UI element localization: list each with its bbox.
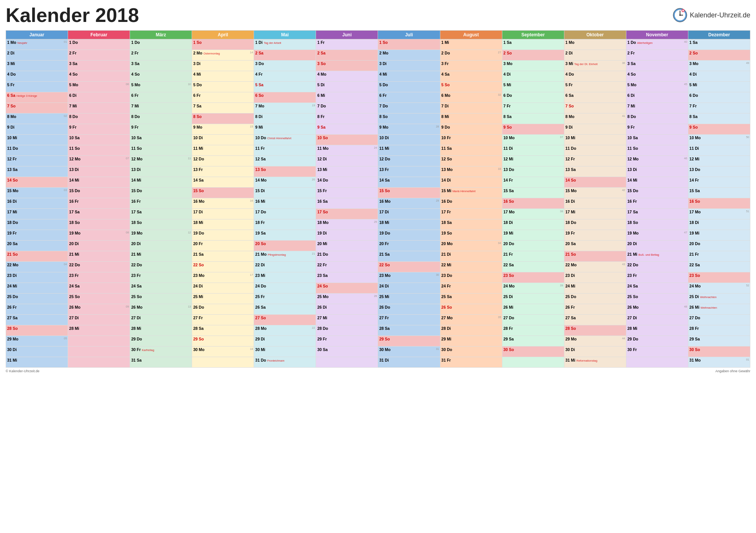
jun-20: 20 Mi — [316, 241, 378, 251]
dec-15: 15 Sa — [688, 188, 750, 198]
jul-19: 19 Do — [378, 230, 440, 241]
table-row: 9 Di 9 Fr 9 Fr 9 Mo15 9 Mi 9 Sa 9 Mo28 9… — [6, 124, 750, 135]
jan-10: 10 Mi — [6, 135, 68, 145]
jan-14: 14 So — [6, 177, 68, 188]
feb-6: 6 Di — [68, 92, 130, 103]
jul-27: 27 Fr — [378, 315, 440, 325]
dec-5: 5 Mi — [688, 82, 750, 92]
feb-12: 12 Mo07 — [68, 156, 130, 166]
sep-11: 11 Di — [502, 145, 564, 156]
feb-27: 27 Di — [68, 315, 130, 325]
mar-11: 11 So — [130, 145, 192, 156]
mar-25: 25 So — [130, 294, 192, 304]
table-row: 28 So 28 Mi 28 Mi 28 Sa 28 Mo22 28 Do 28… — [6, 325, 750, 336]
aug-12: 12 So — [440, 156, 502, 166]
oct-22: 22 Mo43 — [564, 262, 626, 272]
dec-27: 27 Do — [688, 315, 750, 325]
table-row: 19 Fr 19 Mo08 19 Mo12 19 Do 19 Sa 19 Di … — [6, 230, 750, 241]
nov-12: 12 Mo46 — [626, 156, 688, 166]
table-row: 10 Mi 10 Sa 10 Sa 10 Di 10 Do Christi Hi… — [6, 135, 750, 145]
may-28: 28 Mo22 — [254, 325, 316, 336]
apr-13: 13 Fr — [192, 166, 254, 177]
table-row: 18 Do 18 So 18 So 18 Mi 18 Fr 18 Mo25 18… — [6, 219, 750, 230]
may-9: 9 Mi — [254, 124, 316, 135]
page-footer: © Kalender-Uhrzeit.de Angaben ohne Gewäh… — [6, 369, 750, 373]
table-row: 20 Sa 20 Di 20 Di 20 Fr 20 So 20 Mi 20 F… — [6, 241, 750, 251]
aug-29: 29 Mi — [440, 336, 502, 347]
jun-13: 13 Mi — [316, 166, 378, 177]
jul-13: 13 Fr — [378, 166, 440, 177]
feb-9: 9 Fr — [68, 124, 130, 135]
dec-10: 10 Mo50 — [688, 135, 750, 145]
jun-2: 2 Sa — [316, 50, 378, 61]
feb-5: 5 Mo06 — [68, 82, 130, 92]
apr-15: 15 So — [192, 188, 254, 198]
feb-1: 1 Do — [68, 39, 130, 50]
dec-12: 12 Mi — [688, 156, 750, 166]
jan-17: 17 Mi — [6, 209, 68, 219]
aug-17: 17 Fr — [440, 209, 502, 219]
table-row: 12 Fr 12 Mo07 12 Mo11 12 Do 12 Sa 12 Di … — [6, 156, 750, 166]
dec-3: 3 Mo49 — [688, 61, 750, 71]
mar-3: 3 Sa — [130, 61, 192, 71]
month-header-mar: März — [130, 31, 192, 39]
jan-19: 19 Fr — [6, 230, 68, 241]
month-header-feb: Februar — [68, 31, 130, 39]
jul-16: 16 Mo29 — [378, 198, 440, 209]
table-row: 6 Sa Heilige 3 Könige 6 Di 6 Fr 6 Fr 6 S… — [6, 92, 750, 103]
oct-11: 11 Do — [564, 145, 626, 156]
month-header-jul: Juli — [378, 31, 440, 39]
sep-1: 1 Sa — [502, 39, 564, 50]
feb-25: 25 So — [68, 294, 130, 304]
header-row: Januar Februar März April Mai Juni Juli … — [6, 31, 750, 39]
feb-30 — [68, 347, 130, 357]
sep-26: 26 Mi — [502, 304, 564, 315]
jan-21: 21 So — [6, 251, 68, 262]
apr-17: 17 Di — [192, 209, 254, 219]
dec-17: 17 Mo51 — [688, 209, 750, 219]
jan-11: 11 Do — [6, 145, 68, 156]
nov-7: 7 Mi — [626, 103, 688, 113]
table-row: 30 Di 30 Fr Karfreitag 30 Mo18 30 Mi 30 … — [6, 347, 750, 357]
table-row: 5 Fr 5 Mo06 5 Mo10 5 Do 5 Sa 5 Di 5 Do 5… — [6, 82, 750, 92]
sep-8: 8 Sa — [502, 113, 564, 124]
may-14: 14 Mo20 — [254, 177, 316, 188]
apr-2: 2 Mo Ostermontag14 — [192, 50, 254, 61]
sep-17: 17 Mo38 — [502, 209, 564, 219]
oct-30: 30 Di — [564, 347, 626, 357]
apr-22: 22 So — [192, 262, 254, 272]
table-row: 27 Sa 27 Di 27 Di 27 Fr 27 So 27 Mi 27 F… — [6, 315, 750, 325]
table-row: 21 So 21 Mi 21 Mi 21 Sa 21 Mo21 Pfingstm… — [6, 251, 750, 262]
logo-icon — [672, 8, 688, 23]
sep-22: 22 Sa — [502, 262, 564, 272]
dec-2: 2 So — [688, 50, 750, 61]
may-20: 20 So — [254, 241, 316, 251]
month-header-aug: August — [440, 31, 502, 39]
feb-10: 10 Sa — [68, 135, 130, 145]
may-25: 25 Fr — [254, 294, 316, 304]
may-1: 1 Di Tag der Arbeit — [254, 39, 316, 50]
mar-20: 20 Di — [130, 241, 192, 251]
feb-24: 24 Sa — [68, 283, 130, 294]
apr-27: 27 Fr — [192, 315, 254, 325]
aug-3: 3 Fr — [440, 61, 502, 71]
table-row: 01 1 Mo Neujahr 1 Do 1 Do 1 So 1 Di Tag … — [6, 39, 750, 50]
feb-15: 15 Do — [68, 188, 130, 198]
jul-25: 25 Mi — [378, 294, 440, 304]
nov-25: 25 So — [626, 294, 688, 304]
jan-6: 6 Sa Heilige 3 Könige — [6, 92, 68, 103]
dec-4: 4 Di — [688, 71, 750, 82]
oct-10: 10 Mi — [564, 135, 626, 145]
aug-10: 10 Fr — [440, 135, 502, 145]
sep-12: 12 Mi — [502, 156, 564, 166]
jan-12: 12 Fr — [6, 156, 68, 166]
dec-1: 1 Sa — [688, 39, 750, 50]
jun-14: 14 Do — [316, 177, 378, 188]
table-row: 3 Mi 3 Sa 3 Sa 3 Di 3 Do 3 So 3 Di 3 Fr … — [6, 61, 750, 71]
may-21: 21 Mo21 Pfingstmontag — [254, 251, 316, 262]
sep-25: 25 Di — [502, 294, 564, 304]
sep-20: 20 Do — [502, 241, 564, 251]
nov-29: 29 Do — [626, 336, 688, 347]
table-row: 7 So 7 Mi 7 Mi 7 Sa 7 Mo19 7 Do 7 Do 7 D… — [6, 103, 750, 113]
nov-14: 14 Mi — [626, 177, 688, 188]
